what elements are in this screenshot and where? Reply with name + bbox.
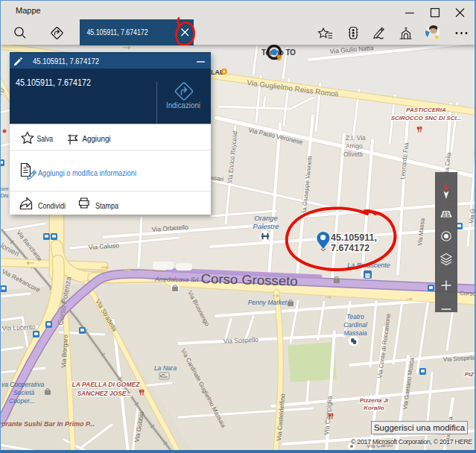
svg-text:Indicazioni: Indicazioni xyxy=(166,101,200,110)
svg-text:Condividi: Condividi xyxy=(38,202,66,210)
svg-text:Orange: Orange xyxy=(254,214,278,222)
svg-text:Palestre: Palestre xyxy=(253,222,279,230)
svg-text:prante Sushi Bar In Primo P...: prante Sushi Bar In Primo P... xyxy=(1,420,95,428)
svg-text:PIZ: PIZ xyxy=(465,371,475,378)
svg-text:Massaia: Massaia xyxy=(343,329,367,337)
svg-text:Cooper...: Cooper... xyxy=(9,397,35,405)
svg-text:45.105911, 7.674172: 45.105911, 7.674172 xyxy=(16,77,91,88)
svg-text:Olivetti: Olivetti xyxy=(343,151,363,158)
svg-text:PASTICCERIA: PASTICCERIA xyxy=(406,107,446,113)
svg-text:45.105911, 7.674172: 45.105911, 7.674172 xyxy=(33,57,99,66)
svg-text:Pizzeria Ji: Pizzeria Ji xyxy=(360,397,389,404)
svg-text:Società: Società xyxy=(13,389,35,396)
svg-text:Aggiungi: Aggiungi xyxy=(83,135,111,143)
svg-text:Aggiungi o modifica informazio: Aggiungi o modifica informazioni xyxy=(38,168,136,177)
svg-text:Corso: Corso xyxy=(460,290,476,297)
svg-text:La Nara: La Nara xyxy=(154,364,177,372)
svg-text:Corso Grosseto: Corso Grosseto xyxy=(200,271,297,288)
svg-text:▩: ▩ xyxy=(365,272,371,279)
svg-text:7.674172: 7.674172 xyxy=(331,243,369,253)
svg-text:Penny Market: Penny Market xyxy=(248,299,288,306)
svg-text:Teatro: Teatro xyxy=(346,313,364,320)
svg-text:om: om xyxy=(0,186,8,192)
svg-text:va Cooperativa: va Cooperativa xyxy=(1,381,44,388)
svg-text:Arredalcasa Srl: Arredalcasa Srl xyxy=(154,275,199,283)
svg-text:Salva: Salva xyxy=(37,135,54,143)
svg-text:45.105911, 7.674172: 45.105911, 7.674172 xyxy=(87,28,148,37)
svg-text:Korallo: Korallo xyxy=(364,405,384,411)
svg-text:Arrigo: Arrigo xyxy=(346,142,363,150)
svg-text:SANCHEZ JOSE...: SANCHEZ JOSE... xyxy=(77,390,131,397)
svg-text:Cardinal: Cardinal xyxy=(343,321,368,329)
svg-text:Z.I. Via: Z.I. Via xyxy=(346,134,366,142)
svg-text:SCIROCCO SNC DI SCI...: SCIROCCO SNC DI SCI... xyxy=(391,115,462,121)
svg-text:LA PAELLA DI GOMEZ: LA PAELLA DI GOMEZ xyxy=(72,381,141,388)
svg-text:Stampa: Stampa xyxy=(95,202,118,210)
svg-text:45.105911,: 45.105911, xyxy=(331,232,377,243)
svg-text:Dis: Dis xyxy=(0,192,9,199)
